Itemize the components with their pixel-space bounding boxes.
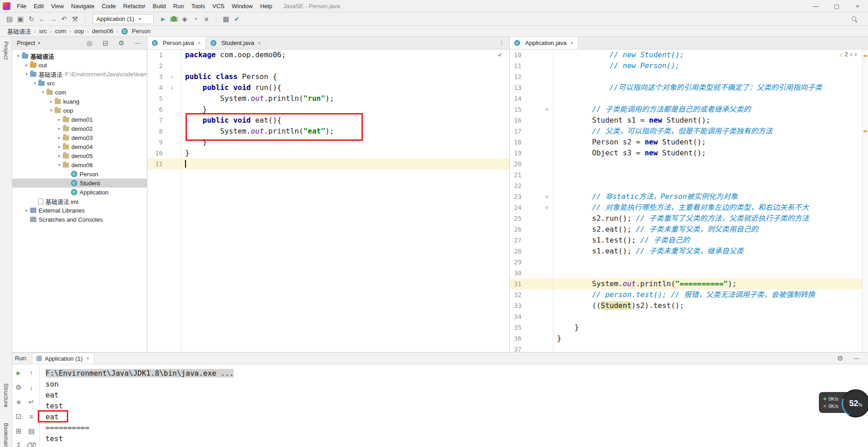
tree-item-0[interactable]: ▾基础语法 (12, 51, 147, 60)
downlist-icon[interactable]: ↧ (14, 441, 24, 447)
tree-item-18[interactable]: Scratches and Consoles (12, 215, 147, 224)
down-icon[interactable]: ↓ (26, 382, 36, 392)
tree-expand-icon[interactable]: ▾ (23, 72, 30, 76)
tree-expand-icon[interactable]: ▾ (31, 81, 38, 85)
tree-item-16[interactable]: 基础语法.iml (12, 197, 147, 206)
gear-icon[interactable]: ⚙ (116, 38, 126, 48)
tree-item-4[interactable]: ▾com (12, 88, 147, 97)
menu-code[interactable]: Code (98, 3, 120, 10)
tree-item-3[interactable]: ▾src (12, 79, 147, 88)
check-icon[interactable]: ✔ (232, 14, 242, 24)
menu-edit[interactable]: Edit (30, 3, 47, 10)
open-icon[interactable]: ▤ (5, 14, 15, 24)
print-icon[interactable]: ▤ (26, 426, 36, 436)
tree-collapse-icon[interactable]: ▸ (48, 99, 55, 104)
tab-application-java[interactable]: CApplication.java× (510, 37, 578, 49)
tree-collapse-icon[interactable]: ▸ (56, 126, 63, 131)
tree-item-5[interactable]: ▸kuang (12, 97, 147, 106)
build-icon[interactable]: ⚒ (70, 14, 80, 24)
toolwindow-button-structure[interactable]: Structure (3, 383, 9, 407)
menu-refactor[interactable]: Refactor (120, 3, 149, 10)
profiler-icon[interactable]: ◔ (191, 14, 201, 24)
tree-collapse-icon[interactable]: ▸ (56, 154, 63, 158)
stop-icon[interactable]: ■ (14, 397, 24, 407)
tree-item-12[interactable]: ▾demo06 (12, 160, 147, 169)
tree-item-2[interactable]: ▾基础语法F:\Environment\Java\code\learni (12, 70, 147, 79)
camera-icon[interactable]: ⊡ (14, 412, 24, 422)
run-tab[interactable]: Application (1) × (32, 353, 94, 364)
tree-collapse-icon[interactable]: ▸ (23, 63, 30, 67)
search-icon[interactable] (851, 16, 857, 22)
menu-run[interactable]: Run (170, 3, 188, 10)
hide-icon[interactable]: ─ (132, 38, 142, 48)
back-icon[interactable]: ← (37, 14, 47, 24)
run-configuration-select[interactable]: Application (1) ▾ (92, 14, 154, 24)
warning-tick[interactable] (863, 130, 867, 132)
stop-icon[interactable]: ■ (201, 14, 211, 24)
settings-icon[interactable]: ⚙ (14, 382, 24, 392)
breadcrumb-item-3[interactable]: oop (73, 28, 85, 35)
tab-options-icon[interactable]: ⋮ (494, 37, 509, 49)
up-icon[interactable]: ↑ (26, 368, 36, 378)
maximize-button[interactable]: ▢ (826, 0, 847, 12)
debug-icon[interactable] (171, 16, 176, 22)
menu-file[interactable]: File (13, 3, 30, 10)
menu-navigate[interactable]: Navigate (67, 3, 98, 10)
tree-collapse-icon[interactable]: ▸ (23, 208, 30, 213)
softwrap-icon[interactable]: ≡ (26, 412, 36, 422)
tab-student-java[interactable]: CStudent.java× (206, 37, 266, 49)
inspection-widget[interactable]: ⚠ 2 ∧ ∨ (839, 51, 857, 58)
hide-icon[interactable]: ─ (852, 353, 862, 363)
tree-expand-icon[interactable]: ▾ (15, 54, 22, 58)
tree-collapse-icon[interactable]: ▸ (56, 144, 63, 149)
sync-icon[interactable]: ↻ (26, 14, 36, 24)
fold-marker-icon[interactable]: ⊞ (522, 104, 553, 115)
tree-item-6[interactable]: ▾oop (12, 106, 147, 115)
minimize-button[interactable]: — (805, 0, 826, 12)
menu-vcs[interactable]: VCS (209, 3, 228, 10)
close-icon[interactable]: × (198, 40, 201, 46)
clear-icon[interactable]: ⌫ (26, 441, 36, 447)
forward-icon[interactable]: → (48, 14, 58, 24)
error-stripe-scrollbar[interactable] (862, 50, 868, 352)
breadcrumb-item-5[interactable]: CPerson (120, 28, 151, 35)
grid-icon[interactable]: ▦ (221, 14, 231, 24)
rerun-icon[interactable]: ► (14, 368, 24, 378)
ret-icon[interactable]: ↵ (26, 397, 36, 407)
target-icon[interactable]: ◎ (85, 38, 95, 48)
menu-build[interactable]: Build (149, 3, 170, 10)
close-button[interactable]: × (847, 0, 868, 12)
close-icon[interactable]: × (86, 355, 90, 362)
breadcrumb-item-1[interactable]: src (38, 28, 48, 35)
close-icon[interactable]: × (258, 40, 261, 46)
tree-expand-icon[interactable]: ▾ (40, 90, 46, 94)
menu-tools[interactable]: Tools (188, 3, 209, 10)
next-warning-icon[interactable]: ∨ (854, 52, 857, 57)
tree-item-10[interactable]: ▸demo04 (12, 142, 147, 151)
tree-item-15[interactable]: CApplication (12, 188, 147, 197)
toolwindow-button-project[interactable]: Project (3, 41, 9, 60)
tree-item-11[interactable]: ▸demo05 (12, 151, 147, 160)
breadcrumb-item-4[interactable]: demo06 (91, 28, 114, 35)
coverage-icon[interactable]: ◈ (180, 14, 190, 24)
tree-item-1[interactable]: ▸out (12, 60, 147, 70)
layers-icon[interactable]: ⊞ (14, 426, 24, 436)
inspection-ok-icon[interactable]: ✔ (498, 51, 502, 58)
collapse-icon[interactable]: ⊟ (100, 38, 110, 48)
tree-item-14[interactable]: CStudent (12, 179, 147, 188)
editor-left-code[interactable]: ✔ 1package com.oop.demo06;23↓public clas… (147, 50, 509, 352)
save-icon[interactable]: ▣ (15, 14, 25, 24)
tree-expand-icon[interactable]: ▾ (56, 163, 63, 167)
tree-expand-icon[interactable]: ▾ (48, 108, 55, 113)
tree-item-17[interactable]: ▸External Libraries (12, 206, 147, 215)
menu-help[interactable]: Help (256, 3, 276, 10)
breadcrumb-item-2[interactable]: com (54, 28, 67, 35)
fold-marker-icon[interactable]: ⊞ (522, 191, 553, 202)
chevron-down-icon[interactable]: ▾ (38, 40, 40, 45)
tree-item-13[interactable]: CPerson (12, 169, 147, 179)
tree-collapse-icon[interactable]: ▸ (56, 135, 63, 140)
editor-right-code[interactable]: ⚠ 2 ∧ ∨ 10 // new Student();11 // new Pe… (510, 50, 868, 352)
menu-window[interactable]: Window (228, 3, 256, 10)
undo-icon[interactable]: ↶ (59, 14, 69, 24)
tree-item-8[interactable]: ▸demo02 (12, 124, 147, 133)
